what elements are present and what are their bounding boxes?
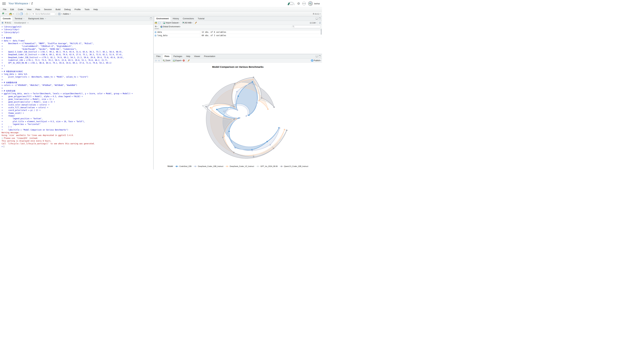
load-workspace-button[interactable] — [155, 22, 158, 24]
console-tab-terminal[interactable]: Terminal× — [13, 17, 26, 21]
username[interactable]: beihai — [314, 3, 320, 5]
addins-button[interactable]: Addins — [63, 13, 69, 15]
environment-tab-history[interactable]: History — [171, 17, 181, 21]
refresh-icon[interactable] — [319, 22, 321, 24]
next-plot-button[interactable] — [158, 60, 160, 62]
language-selector[interactable]: R▾ — [155, 26, 158, 28]
object-name: data — [158, 31, 162, 33]
environment-cube-icon — [160, 26, 162, 28]
ram-label: RAM — [290, 4, 293, 6]
ram-gauge-icon[interactable]: RAM — [288, 2, 295, 6]
panes-layout-caret[interactable]: ▾ — [62, 13, 62, 15]
console-line: + theme_void() + — [2, 112, 153, 115]
environment-scope-bar: R▾ Global Environment▾ — [154, 25, 322, 29]
close-tab-icon[interactable]: × — [45, 17, 46, 21]
expand-object-icon[interactable] — [154, 35, 156, 37]
console-pane: ConsoleTerminal×Background Jobs× R R 4.4… — [0, 17, 154, 170]
import-dataset-button[interactable]: Import Dataset ▾ — [163, 22, 179, 24]
save-button[interactable] — [16, 13, 19, 15]
memory-usage-button[interactable]: 263 MiB ▾ — [182, 22, 192, 24]
menu-plots[interactable]: Plots — [33, 7, 42, 12]
env-row-long_data[interactable]: long_data60 obs. of 3 variables — [154, 34, 322, 37]
plots-tab-files[interactable]: Files — [154, 54, 162, 59]
legend-item: DeepSeek_Coder_V2_Instruct — [226, 165, 254, 167]
menu-debug[interactable]: Debug — [62, 7, 72, 12]
menu-view[interactable]: View — [25, 7, 33, 12]
print-button[interactable] — [26, 13, 28, 15]
environment-search — [292, 25, 321, 28]
menu-edit[interactable]: Edit — [8, 7, 16, 12]
environment-scrollbar[interactable] — [321, 29, 322, 35]
workspace-link[interactable]: Your Workspace — [8, 2, 28, 5]
console-line: + ) + — [2, 126, 153, 128]
open-file-button[interactable] — [9, 13, 12, 15]
console-line: > # 数据框 — [2, 37, 153, 39]
gear-icon[interactable]: ⚙ — [297, 2, 300, 5]
plots-tab-plots[interactable]: Plots — [162, 54, 172, 59]
previous-plot-button[interactable] — [155, 60, 157, 62]
console-line: + geom_point(aes(color = Model), size = … — [2, 101, 153, 103]
console-tab-console[interactable]: Console — [1, 16, 13, 21]
more-options-icon[interactable]: ●●● — [302, 2, 306, 5]
plots-tab-presentation[interactable]: Presentation — [202, 54, 217, 59]
pane-maximize-icon[interactable] — [319, 18, 321, 20]
pane-minimize-icon[interactable] — [316, 55, 318, 57]
menu-tools[interactable]: Tools — [82, 7, 92, 12]
plots-tab-help[interactable]: Help — [184, 54, 192, 59]
console-line: + legend.box = "horizontal" — [2, 123, 153, 126]
environment-tab-environment[interactable]: Environment — [154, 16, 171, 21]
open-file-caret[interactable]: ▾ — [13, 13, 14, 15]
zoom-plot-button[interactable]: Zoom — [163, 59, 170, 62]
menu-help[interactable]: Help — [92, 7, 100, 12]
console-line: + CodeStral_22B = c(78.1, 73.3, 73.5, 70… — [2, 59, 153, 62]
console-line: > # 将数据转换为长格式 — [2, 70, 153, 73]
expand-object-icon[interactable] — [154, 31, 156, 33]
save-all-button[interactable] — [20, 13, 23, 15]
menu-session[interactable]: Session — [42, 7, 54, 12]
environment-tab-connections[interactable]: Connections — [181, 17, 196, 21]
pane-maximize-icon[interactable] — [319, 55, 321, 57]
console-output[interactable]: > library(ggplot2)> library(tidyr)> libr… — [0, 25, 153, 170]
console-line: > ggplot(long_data, aes(x = factor(Bench… — [2, 92, 153, 95]
plot-legend: ModelCodeStral_22BDeepSeek_Coder_33B_Ins… — [154, 164, 322, 170]
menu-profile[interactable]: Profile — [72, 7, 82, 12]
publish-button[interactable]: Publish ▾ — [311, 59, 321, 62]
environment-search-input[interactable] — [292, 25, 321, 28]
new-file-button[interactable] — [2, 13, 5, 16]
addins-caret[interactable]: ▾ — [70, 13, 70, 15]
plot-device: Model Comparison on Various Benchmarks M… — [154, 63, 322, 170]
menu-build[interactable]: Build — [54, 7, 62, 12]
close-tab-icon[interactable]: × — [24, 17, 24, 21]
r-version-selector[interactable]: R 4.4.1▾ — [313, 13, 320, 15]
legend-item: Qwen2.5_Coder_32B_Instruct — [280, 165, 308, 167]
plots-tab-packages[interactable]: Packages — [172, 54, 184, 59]
console-tabbar: ConsoleTerminal×Background Jobs× — [0, 17, 153, 21]
avatar[interactable] — [308, 1, 313, 6]
list-view-button[interactable]: List ▾ — [310, 22, 316, 24]
save-workspace-button[interactable] — [158, 22, 160, 24]
console-line: > — [2, 34, 153, 37]
pane-minimize-icon[interactable] — [316, 18, 318, 20]
env-row-data[interactable]: data12 obs. of 6 variables — [154, 31, 322, 34]
console-line: + Qwen2.5_Coder_32B_Instruct = c(92.7, 9… — [2, 51, 153, 53]
hamburger-menu-icon[interactable] — [2, 3, 6, 5]
environment-pane: EnvironmentHistoryConnectionsTutorial — [154, 17, 322, 54]
menu-file[interactable]: File — [1, 7, 8, 12]
panes-layout-button[interactable] — [58, 13, 61, 15]
clear-objects-broom-icon[interactable] — [195, 22, 197, 24]
environment-scope-selector[interactable]: Global Environment▾ — [160, 26, 180, 28]
export-image-icon — [173, 60, 175, 62]
clear-all-plots-broom-icon[interactable] — [188, 59, 190, 62]
new-file-caret[interactable]: ▾ — [6, 13, 6, 15]
menu-code[interactable]: Code — [16, 7, 25, 12]
remove-plot-button[interactable] — [183, 59, 185, 62]
console-tab-background-jobs[interactable]: Background Jobs× — [26, 17, 48, 21]
pane-maximize-icon[interactable] — [150, 18, 152, 20]
goto-file-function-input[interactable] — [31, 12, 55, 16]
console-line: + plot.title = element_text(hjust = 0.5,… — [2, 120, 153, 123]
open-directory-icon[interactable]: ➥ — [27, 22, 29, 24]
export-plot-button[interactable]: Export ▾ — [173, 59, 182, 62]
plots-tab-viewer[interactable]: Viewer — [192, 54, 202, 59]
legend-item: CodeStral_22B — [175, 165, 192, 167]
environment-tab-tutorial[interactable]: Tutorial — [196, 17, 206, 21]
